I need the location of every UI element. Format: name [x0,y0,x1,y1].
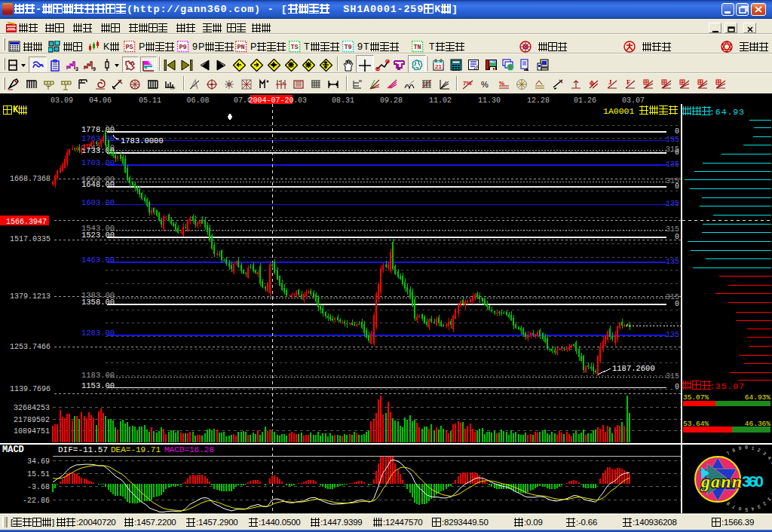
svg-text:46.36%: 46.36% [745,420,771,428]
svg-text:0: 0 [675,127,679,136]
svg-text:1253.7466: 1253.7466 [10,343,51,351]
svg-text:135: 135 [666,258,679,266]
svg-text:1153.00: 1153.00 [81,381,115,390]
svg-text:1603.00: 1603.00 [81,198,115,207]
svg-text:1139.7696: 1139.7696 [10,385,51,393]
svg-text:0: 0 [675,383,679,391]
svg-text:15.51: 15.51 [27,470,50,478]
svg-text:08.31: 08.31 [332,96,354,105]
svg-text:135: 135 [666,331,679,339]
svg-text:DEA=-19.71: DEA=-19.71 [111,445,161,454]
svg-text:PN: PN [237,44,244,51]
svg-text:1358.00: 1358.00 [81,298,115,307]
svg-text:%: % [481,80,489,89]
svg-text:P9: P9 [179,44,186,51]
svg-text:04.06: 04.06 [89,96,112,105]
svg-text:05.11: 05.11 [139,96,161,105]
svg-text:01.26: 01.26 [574,96,596,105]
svg-text:-3.68: -3.68 [27,483,50,491]
svg-text:MACD=16.28: MACD=16.28 [164,445,214,454]
svg-text:35.07%: 35.07% [683,393,709,402]
svg-text:T9: T9 [344,44,351,51]
svg-text:1703.00: 1703.00 [81,158,115,167]
svg-text:360: 360 [742,472,764,490]
svg-text:09.28: 09.28 [380,96,403,105]
svg-text:315: 315 [666,372,679,381]
svg-text:53.64%: 53.64% [683,420,709,428]
svg-text:DIF=-11.57: DIF=-11.57 [58,445,108,454]
svg-text:135: 135 [666,136,679,144]
svg-text:3: 3 [75,66,78,72]
svg-text:12.28: 12.28 [527,96,550,105]
svg-text:%: % [499,80,504,87]
svg-text:7%: 7% [463,80,472,87]
svg-text:2004-07-20: 2004-07-20 [248,96,293,105]
svg-text:n²: n² [170,85,176,90]
svg-text:10894751: 10894751 [14,427,50,436]
svg-text:135: 135 [666,161,679,169]
svg-text:0: 0 [675,182,679,191]
svg-text:11.30: 11.30 [478,96,501,105]
svg-text:1187.2600: 1187.2600 [612,364,655,373]
svg-text:11.02: 11.02 [429,96,452,105]
svg-text:5: 5 [745,506,748,512]
svg-text:03.09: 03.09 [51,96,73,105]
svg-text:1566.3947: 1566.3947 [6,218,47,226]
svg-text:F: F [626,78,631,86]
svg-text:1463.00: 1463.00 [81,255,115,264]
svg-text:1778.00: 1778.00 [81,125,115,134]
svg-text:0: 0 [745,445,748,451]
svg-text::64.93: :64.93 [709,107,744,117]
svg-text:0: 0 [675,233,679,241]
svg-text::35.07: :35.07 [709,381,744,391]
svg-text:MACD: MACD [2,445,24,455]
svg-text:135: 135 [666,200,679,208]
svg-text:21: 21 [435,63,442,70]
svg-text:1523.00: 1523.00 [81,231,115,240]
svg-text:21789502: 21789502 [14,416,50,424]
svg-text:PS: PS [125,44,133,51]
svg-text:32684253: 32684253 [14,404,50,412]
svg-text:0: 0 [675,148,679,157]
svg-text:34.69: 34.69 [27,457,50,466]
svg-text:1183.00: 1183.00 [81,371,115,380]
svg-text:1A0001: 1A0001 [603,106,635,116]
svg-text:9: 9 [93,66,96,72]
svg-text:03.07: 03.07 [622,96,645,105]
svg-text:-22.86: -22.86 [23,497,50,505]
svg-text:.03: .03 [293,96,307,105]
svg-text:TS: TS [290,44,298,51]
svg-text:TN: TN [413,44,421,51]
svg-text:1783.0000: 1783.0000 [121,136,164,145]
svg-text:0: 0 [675,300,679,308]
svg-text:06.08: 06.08 [186,96,209,105]
svg-text:gann: gann [700,472,742,491]
svg-text:1648.00: 1648.00 [81,180,115,189]
svg-text:1668.7368: 1668.7368 [10,175,51,183]
svg-text:1283.00: 1283.00 [81,329,115,338]
svg-text:64.93%: 64.93% [745,393,771,402]
svg-text:1763.00: 1763.00 [81,134,115,143]
svg-text:J: J [608,78,612,86]
svg-text:1517.0335: 1517.0335 [10,235,51,243]
svg-text:1379.1213: 1379.1213 [10,292,51,301]
